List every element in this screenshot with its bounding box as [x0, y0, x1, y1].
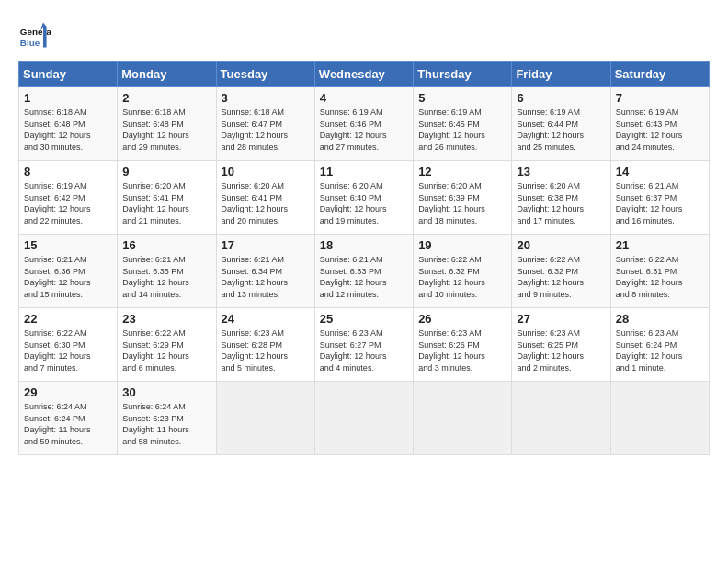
day-info: Sunrise: 6:20 AM Sunset: 6:40 PM Dayligh… [320, 180, 408, 226]
calendar-cell: 18Sunrise: 6:21 AM Sunset: 6:33 PM Dayli… [314, 235, 413, 308]
calendar-cell: 6Sunrise: 6:19 AM Sunset: 6:44 PM Daylig… [512, 87, 610, 161]
calendar-cell: 25Sunrise: 6:23 AM Sunset: 6:27 PM Dayli… [314, 308, 413, 382]
day-number: 22 [24, 312, 112, 326]
day-number: 13 [517, 165, 605, 178]
logo: General Blue [18, 18, 51, 52]
day-number: 23 [122, 312, 210, 326]
day-info: Sunrise: 6:19 AM Sunset: 6:46 PM Dayligh… [320, 107, 408, 153]
calendar-cell: 9Sunrise: 6:20 AM Sunset: 6:41 PM Daylig… [118, 161, 216, 235]
day-info: Sunrise: 6:22 AM Sunset: 6:31 PM Dayligh… [616, 254, 704, 300]
calendar-cell [314, 382, 413, 455]
day-number: 5 [418, 91, 506, 105]
calendar-row: 1Sunrise: 6:18 AM Sunset: 6:48 PM Daylig… [19, 87, 710, 161]
col-thursday: Thursday [414, 62, 512, 87]
calendar-cell: 5Sunrise: 6:19 AM Sunset: 6:45 PM Daylig… [414, 87, 512, 161]
day-number: 28 [616, 312, 704, 326]
calendar-cell: 23Sunrise: 6:22 AM Sunset: 6:29 PM Dayli… [118, 308, 216, 382]
calendar-cell: 3Sunrise: 6:18 AM Sunset: 6:47 PM Daylig… [216, 87, 314, 161]
day-info: Sunrise: 6:20 AM Sunset: 6:41 PM Dayligh… [222, 180, 310, 226]
calendar-cell: 28Sunrise: 6:23 AM Sunset: 6:24 PM Dayli… [610, 308, 709, 382]
calendar-cell [512, 382, 610, 455]
day-number: 3 [222, 91, 310, 105]
calendar-cell: 10Sunrise: 6:20 AM Sunset: 6:41 PM Dayli… [216, 161, 314, 235]
day-number: 9 [122, 165, 210, 178]
col-saturday: Saturday [610, 62, 709, 87]
day-number: 16 [122, 238, 210, 252]
calendar-row: 8Sunrise: 6:19 AM Sunset: 6:42 PM Daylig… [19, 161, 710, 235]
day-number: 29 [24, 385, 112, 399]
calendar-cell: 8Sunrise: 6:19 AM Sunset: 6:42 PM Daylig… [19, 161, 118, 235]
calendar-cell: 13Sunrise: 6:20 AM Sunset: 6:38 PM Dayli… [512, 161, 610, 235]
day-number: 24 [222, 312, 310, 326]
day-info: Sunrise: 6:24 AM Sunset: 6:24 PM Dayligh… [24, 401, 112, 447]
col-wednesday: Wednesday [314, 62, 413, 87]
calendar-cell: 1Sunrise: 6:18 AM Sunset: 6:48 PM Daylig… [19, 87, 118, 161]
header-row: Sunday Monday Tuesday Wednesday Thursday… [19, 62, 710, 87]
col-sunday: Sunday [19, 62, 118, 87]
day-number: 10 [222, 165, 310, 178]
day-info: Sunrise: 6:21 AM Sunset: 6:36 PM Dayligh… [24, 254, 112, 300]
calendar-row: 29Sunrise: 6:24 AM Sunset: 6:24 PM Dayli… [19, 382, 710, 455]
day-number: 19 [418, 238, 506, 252]
calendar-cell: 19Sunrise: 6:22 AM Sunset: 6:32 PM Dayli… [414, 235, 512, 308]
day-info: Sunrise: 6:22 AM Sunset: 6:30 PM Dayligh… [24, 327, 112, 373]
day-info: Sunrise: 6:22 AM Sunset: 6:32 PM Dayligh… [517, 254, 605, 300]
day-info: Sunrise: 6:20 AM Sunset: 6:39 PM Dayligh… [418, 180, 506, 226]
calendar-cell: 2Sunrise: 6:18 AM Sunset: 6:48 PM Daylig… [118, 87, 216, 161]
day-number: 27 [517, 312, 605, 326]
calendar-cell: 27Sunrise: 6:23 AM Sunset: 6:25 PM Dayli… [512, 308, 610, 382]
day-number: 8 [24, 165, 112, 178]
day-info: Sunrise: 6:23 AM Sunset: 6:27 PM Dayligh… [320, 327, 408, 373]
col-friday: Friday [512, 62, 610, 87]
day-number: 30 [122, 385, 210, 399]
day-number: 7 [616, 91, 704, 105]
day-info: Sunrise: 6:23 AM Sunset: 6:26 PM Dayligh… [418, 327, 506, 373]
calendar-cell: 24Sunrise: 6:23 AM Sunset: 6:28 PM Dayli… [216, 308, 314, 382]
calendar-cell: 16Sunrise: 6:21 AM Sunset: 6:35 PM Dayli… [118, 235, 216, 308]
day-info: Sunrise: 6:23 AM Sunset: 6:28 PM Dayligh… [222, 327, 310, 373]
day-info: Sunrise: 6:18 AM Sunset: 6:47 PM Dayligh… [222, 107, 310, 153]
day-info: Sunrise: 6:18 AM Sunset: 6:48 PM Dayligh… [24, 107, 112, 153]
day-info: Sunrise: 6:22 AM Sunset: 6:32 PM Dayligh… [418, 254, 506, 300]
calendar-cell: 20Sunrise: 6:22 AM Sunset: 6:32 PM Dayli… [512, 235, 610, 308]
calendar-cell: 30Sunrise: 6:24 AM Sunset: 6:23 PM Dayli… [118, 382, 216, 455]
day-number: 14 [616, 165, 704, 178]
calendar-cell: 22Sunrise: 6:22 AM Sunset: 6:30 PM Dayli… [19, 308, 118, 382]
calendar-cell [414, 382, 512, 455]
calendar-cell: 7Sunrise: 6:19 AM Sunset: 6:43 PM Daylig… [610, 87, 709, 161]
day-info: Sunrise: 6:21 AM Sunset: 6:35 PM Dayligh… [122, 254, 210, 300]
day-info: Sunrise: 6:19 AM Sunset: 6:43 PM Dayligh… [616, 107, 704, 153]
day-number: 20 [517, 238, 605, 252]
day-number: 1 [24, 91, 112, 105]
calendar-row: 15Sunrise: 6:21 AM Sunset: 6:36 PM Dayli… [19, 235, 710, 308]
day-number: 26 [418, 312, 506, 326]
calendar-cell: 12Sunrise: 6:20 AM Sunset: 6:39 PM Dayli… [414, 161, 512, 235]
day-number: 6 [517, 91, 605, 105]
day-number: 12 [418, 165, 506, 178]
calendar-cell [610, 382, 709, 455]
calendar-cell: 29Sunrise: 6:24 AM Sunset: 6:24 PM Dayli… [19, 382, 118, 455]
day-info: Sunrise: 6:23 AM Sunset: 6:24 PM Dayligh… [616, 327, 704, 373]
day-number: 11 [320, 165, 408, 178]
day-number: 15 [24, 238, 112, 252]
calendar-cell: 14Sunrise: 6:21 AM Sunset: 6:37 PM Dayli… [610, 161, 709, 235]
svg-text:General: General [20, 27, 51, 37]
day-info: Sunrise: 6:19 AM Sunset: 6:44 PM Dayligh… [517, 107, 605, 153]
day-info: Sunrise: 6:20 AM Sunset: 6:41 PM Dayligh… [122, 180, 210, 226]
calendar-table: Sunday Monday Tuesday Wednesday Thursday… [18, 61, 710, 455]
day-number: 17 [222, 238, 310, 252]
logo-icon: General Blue [18, 18, 51, 52]
calendar-cell [216, 382, 314, 455]
day-number: 2 [122, 91, 210, 105]
header: General Blue [18, 18, 710, 52]
col-tuesday: Tuesday [216, 62, 314, 87]
calendar-cell: 17Sunrise: 6:21 AM Sunset: 6:34 PM Dayli… [216, 235, 314, 308]
calendar-cell: 21Sunrise: 6:22 AM Sunset: 6:31 PM Dayli… [610, 235, 709, 308]
col-monday: Monday [118, 62, 216, 87]
day-info: Sunrise: 6:21 AM Sunset: 6:33 PM Dayligh… [320, 254, 408, 300]
calendar-row: 22Sunrise: 6:22 AM Sunset: 6:30 PM Dayli… [19, 308, 710, 382]
svg-text:Blue: Blue [20, 38, 40, 48]
day-number: 25 [320, 312, 408, 326]
calendar-cell: 4Sunrise: 6:19 AM Sunset: 6:46 PM Daylig… [314, 87, 413, 161]
day-info: Sunrise: 6:19 AM Sunset: 6:42 PM Dayligh… [24, 180, 112, 226]
